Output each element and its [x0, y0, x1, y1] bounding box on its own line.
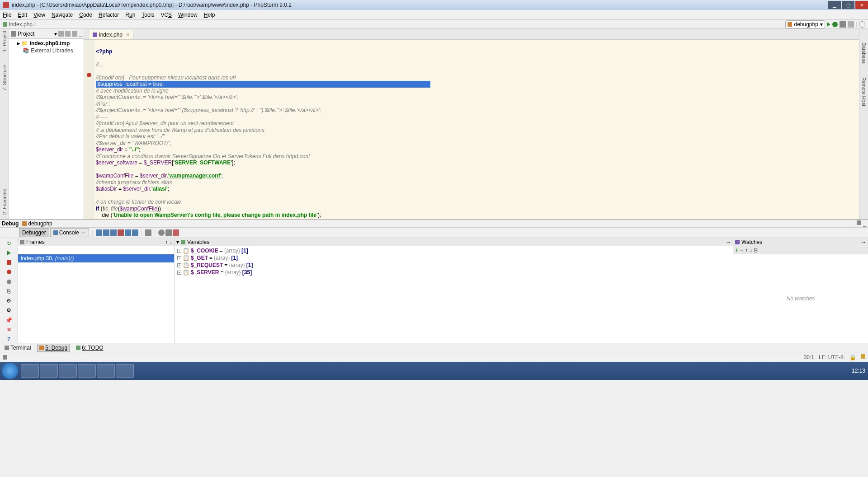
menu-edit[interactable]: Edit: [18, 12, 27, 18]
window-maximize-button[interactable]: ▢: [842, 1, 854, 9]
expand-icon[interactable]: +: [177, 249, 181, 253]
menu-vcs[interactable]: VCS: [160, 12, 172, 18]
debug-header-tab[interactable]: Debug: [2, 220, 19, 227]
get-thread-dump-button[interactable]: ⎘: [5, 288, 13, 295]
rerun-button[interactable]: ↻: [5, 240, 13, 247]
hide-button[interactable]: ⎯: [863, 220, 866, 227]
system-tray[interactable]: 12:13: [852, 368, 868, 374]
view-breakpoints-button[interactable]: [5, 269, 13, 276]
force-step-into-icon[interactable]: [118, 229, 124, 236]
close-tab-icon[interactable]: ×: [126, 32, 129, 38]
scroll-from-source-icon[interactable]: [65, 31, 71, 37]
console-tab[interactable]: Console →: [50, 228, 89, 237]
show-execution-point-icon[interactable]: [96, 229, 102, 236]
variables-tree[interactable]: +📋 $_COOKIE = {array} [1] +📋 $_GET = {ar…: [175, 246, 733, 343]
taskbar-item[interactable]: [40, 364, 58, 378]
pin-tab-icon[interactable]: [173, 229, 179, 236]
thread-selector-icon[interactable]: ▾: [176, 239, 179, 245]
tool-tab-remote-host[interactable]: Remote Host: [861, 77, 867, 106]
restore-layout-button[interactable]: ⚙: [5, 298, 13, 304]
breadcrumb[interactable]: index.php: [9, 21, 33, 28]
todo-tab[interactable]: 6: TODO: [74, 344, 105, 351]
variable-row[interactable]: +📋 $_REQUEST = {array} [1]: [175, 262, 732, 269]
step-into-icon[interactable]: [110, 229, 117, 236]
watches-list[interactable]: No watches: [733, 254, 868, 343]
debug-button[interactable]: [832, 22, 838, 27]
taskbar-item[interactable]: [59, 364, 77, 378]
evaluate-expression-icon[interactable]: [145, 229, 151, 236]
move-down-button[interactable]: ↓: [750, 247, 752, 253]
resume-button[interactable]: [5, 249, 13, 256]
debug-tab[interactable]: 5: Debug: [37, 344, 70, 352]
breakpoint-icon[interactable]: [87, 73, 91, 77]
pin-button[interactable]: 📌: [5, 317, 13, 323]
tool-tab-project[interactable]: 1: Project: [2, 31, 7, 51]
menu-code[interactable]: Code: [79, 12, 92, 18]
coverage-button[interactable]: [840, 21, 846, 28]
gear-icon[interactable]: [72, 31, 77, 37]
search-everywhere-button[interactable]: [859, 21, 865, 28]
menu-refactor[interactable]: Refactor: [99, 12, 119, 18]
hide-watches-icon[interactable]: →: [861, 239, 866, 245]
menu-run[interactable]: Run: [125, 12, 135, 18]
step-out-icon[interactable]: [125, 229, 131, 236]
editor-gutter[interactable]: [84, 40, 94, 219]
run-button[interactable]: [827, 22, 830, 27]
frame-row[interactable]: index.php:30, {main}(): [18, 254, 174, 262]
tool-tab-structure[interactable]: 7: Structure: [2, 65, 7, 91]
run-configuration-selector[interactable]: debugphp ▾: [785, 20, 825, 28]
copy-button[interactable]: ⎘: [754, 247, 757, 253]
file-encoding[interactable]: LF: UTF-8:: [819, 354, 845, 360]
run-to-cursor-icon[interactable]: [132, 229, 138, 236]
menu-tools[interactable]: Tools: [142, 12, 154, 18]
lock-icon[interactable]: 🔒: [849, 354, 856, 360]
stop-button[interactable]: [5, 259, 13, 266]
collapse-icon[interactable]: [58, 31, 64, 37]
project-tree[interactable]: ▸ 📁 index.php0.tmp 📚 External Libraries: [9, 39, 84, 219]
move-up-button[interactable]: ↑: [745, 247, 748, 253]
menu-help[interactable]: Help: [204, 12, 215, 18]
add-watch-button[interactable]: +: [735, 247, 738, 253]
taskbar-item[interactable]: [21, 364, 39, 378]
frames-list[interactable]: index.php:30, {main}(): [18, 246, 174, 343]
expand-icon[interactable]: +: [177, 256, 181, 260]
tree-root[interactable]: ▸ 📁 index.php0.tmp: [10, 40, 83, 47]
chevron-down-icon[interactable]: ▾: [54, 31, 57, 37]
debugger-tab[interactable]: Debugger: [19, 228, 49, 237]
expand-icon[interactable]: +: [177, 271, 181, 275]
code-area[interactable]: <?php //... //[modif oto] - Pour supprim…: [94, 40, 859, 219]
mute-breakpoints-icon[interactable]: [158, 229, 165, 236]
tool-tab-favorites[interactable]: 2: Favorites: [2, 189, 7, 215]
step-over-icon[interactable]: [103, 229, 109, 236]
editor-tab[interactable]: index.php ×: [89, 30, 133, 39]
taskbar-item[interactable]: [78, 364, 96, 378]
expand-icon[interactable]: +: [177, 263, 181, 267]
close-button[interactable]: ✕: [5, 326, 13, 333]
window-minimize-button[interactable]: ▁: [828, 1, 841, 9]
taskbar-item[interactable]: [97, 364, 115, 378]
hide-button[interactable]: ⎯: [79, 31, 82, 37]
stop-button[interactable]: [848, 21, 854, 28]
menu-window[interactable]: Window: [178, 12, 198, 18]
taskbar-item[interactable]: [116, 364, 134, 378]
status-icon[interactable]: [3, 355, 7, 360]
remove-watch-button[interactable]: −: [740, 247, 743, 253]
hector-icon[interactable]: [861, 354, 865, 359]
variable-row[interactable]: +📋 $_GET = {array} [1]: [175, 254, 732, 262]
debug-session-tab[interactable]: debugphp: [22, 220, 52, 227]
mute-breakpoints-button[interactable]: [5, 278, 13, 285]
window-close-button[interactable]: ✕: [855, 1, 868, 9]
settings-icon[interactable]: [165, 229, 172, 236]
frame-down-icon[interactable]: ↓: [170, 239, 172, 245]
menu-view[interactable]: View: [33, 12, 45, 18]
tool-tab-database[interactable]: Database: [861, 42, 867, 64]
variable-row[interactable]: +📋 $_SERVER = {array} [35]: [175, 269, 732, 276]
start-button[interactable]: [2, 363, 18, 379]
frame-up-icon[interactable]: ↑: [165, 239, 168, 245]
settings-button[interactable]: ⚙: [5, 307, 13, 314]
menu-file[interactable]: File: [3, 12, 11, 18]
hide-vars-icon[interactable]: →: [726, 239, 731, 245]
menu-navigate[interactable]: Navigate: [52, 12, 73, 18]
help-button[interactable]: ?: [5, 336, 13, 343]
gear-icon[interactable]: [857, 220, 861, 225]
